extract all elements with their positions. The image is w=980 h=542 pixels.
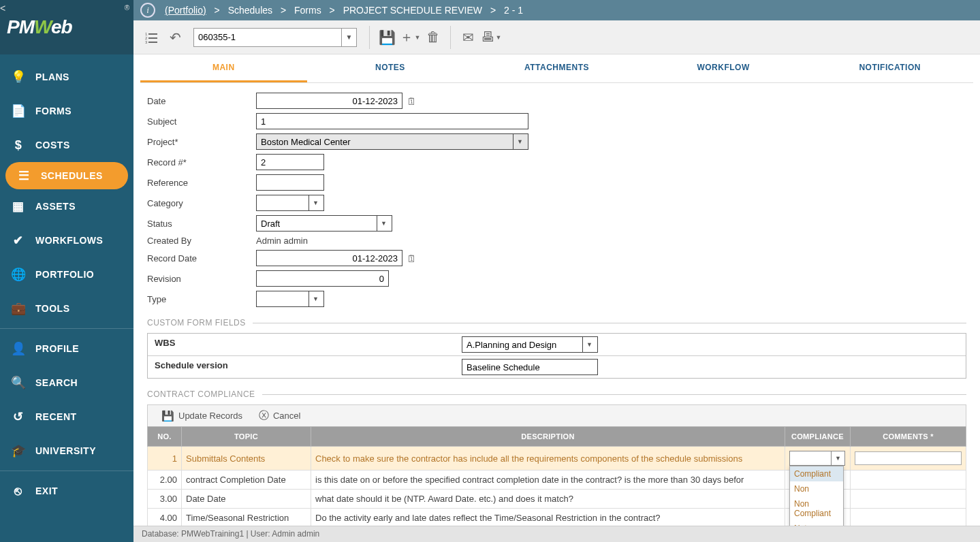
chevron-down-icon[interactable]: ▼ xyxy=(496,34,502,41)
tab-workflow[interactable]: WORKFLOW xyxy=(640,54,807,82)
nav-profile[interactable]: 👤PROFILE xyxy=(0,332,133,366)
nav-plans[interactable]: 💡PLANS xyxy=(0,60,133,94)
project-select[interactable]: ▼ xyxy=(256,133,528,150)
cell-compliance[interactable]: ▼ Compliant Non Non Compliant Not Applic… xyxy=(785,447,851,471)
document-icon: 📄 xyxy=(10,103,27,118)
reference-field[interactable] xyxy=(256,174,324,191)
dropdown-option[interactable]: Non xyxy=(790,481,843,496)
list-icon: ☰ xyxy=(15,168,33,183)
grid-toolbar: 💾Update Records ⓧCancel xyxy=(147,404,966,426)
chevron-down-icon[interactable]: ▼ xyxy=(309,195,322,210)
col-topic[interactable]: TOPIC xyxy=(182,427,311,447)
chevron-down-icon[interactable]: ▼ xyxy=(831,451,844,465)
schedule-version-label: Schedule version xyxy=(148,356,458,378)
nav-search[interactable]: 🔍SEARCH xyxy=(0,366,133,400)
breadcrumb-forms[interactable]: Forms xyxy=(294,5,321,16)
chevron-down-icon[interactable]: ▼ xyxy=(309,291,322,306)
cell-topic: Submittals Contents xyxy=(182,447,311,471)
cell-topic: contract Completion Date xyxy=(182,471,311,490)
type-select[interactable]: ▼ xyxy=(256,291,324,307)
nav-recent[interactable]: ↺RECENT xyxy=(0,400,133,434)
col-no[interactable]: NO. xyxy=(148,427,182,447)
chevron-down-icon[interactable]: ▼ xyxy=(513,134,526,149)
status-select[interactable]: ▼ xyxy=(256,215,392,232)
print-button[interactable]: 🖶▼ xyxy=(479,26,503,49)
recordnum-field[interactable] xyxy=(256,154,324,170)
tab-notes[interactable]: NOTES xyxy=(307,54,474,82)
info-icon[interactable]: i xyxy=(140,3,155,18)
date-field[interactable] xyxy=(256,93,402,109)
numbered-list-icon[interactable]: 123 xyxy=(140,26,163,49)
delete-icon[interactable]: 🗑 xyxy=(422,26,445,49)
tab-notification[interactable]: NOTIFICATION xyxy=(806,54,973,82)
dropdown-option[interactable]: Non Compliant xyxy=(790,496,843,521)
col-description[interactable]: DESCRIPTION xyxy=(311,427,785,447)
nav-university[interactable]: 🎓UNIVERSITY xyxy=(0,434,133,468)
category-value[interactable] xyxy=(257,195,309,210)
chevron-down-icon[interactable]: ▼ xyxy=(377,216,390,231)
email-icon[interactable]: ✉ xyxy=(456,26,479,49)
category-label: Category xyxy=(147,198,256,208)
cell-topic: Date Date xyxy=(182,490,311,509)
compliance-value[interactable] xyxy=(790,451,831,465)
subject-label: Subject xyxy=(147,116,256,127)
cell-comments[interactable] xyxy=(851,490,966,509)
cell-no: 2.00 xyxy=(148,471,182,490)
wbs-select[interactable]: ▼ xyxy=(462,336,598,353)
comments-field[interactable] xyxy=(855,451,962,465)
compliance-dropdown: Compliant Non Non Compliant Not Applicab… xyxy=(789,466,844,526)
cancel-button[interactable]: ⓧCancel xyxy=(259,409,300,422)
nav-tools[interactable]: 💼TOOLS xyxy=(0,291,133,325)
calendar-icon[interactable]: 🗓 xyxy=(407,253,417,264)
chevron-down-icon[interactable]: ▼ xyxy=(341,29,356,46)
nav-assets[interactable]: ▦ASSETS xyxy=(0,189,133,223)
project-value[interactable] xyxy=(257,134,513,149)
breadcrumb: (Portfolio) > Schedules > Forms > PROJEC… xyxy=(162,5,526,16)
wbs-value[interactable] xyxy=(462,337,582,352)
nav-portfolio[interactable]: 🌐PORTFOLIO xyxy=(0,257,133,291)
nav-forms[interactable]: 📄FORMS xyxy=(0,94,133,128)
nav-label: PROFILE xyxy=(35,343,79,354)
chevron-down-icon[interactable]: ▼ xyxy=(415,34,421,41)
dropdown-option[interactable]: Not Applicable xyxy=(790,521,843,526)
table-row[interactable]: 1 Submittals Contents Check to make sure… xyxy=(148,447,966,471)
nav-schedules[interactable]: ☰SCHEDULES xyxy=(5,162,128,189)
col-compliance[interactable]: COMPLIANCE xyxy=(785,427,851,447)
add-button[interactable]: ＋▼ xyxy=(398,26,422,49)
date-label: Date xyxy=(147,96,256,106)
record-selector-input[interactable] xyxy=(193,28,357,47)
cell-desc: Do the activity early and late dates ref… xyxy=(311,509,785,526)
type-label: Type xyxy=(147,294,256,304)
update-records-button[interactable]: 💾Update Records xyxy=(161,410,242,422)
col-comments[interactable]: COMMENTS * xyxy=(851,427,966,447)
cell-comments[interactable] xyxy=(851,447,966,471)
undo-icon[interactable]: ↶ xyxy=(163,26,187,49)
category-select[interactable]: ▼ xyxy=(256,195,324,211)
breadcrumb-psr[interactable]: PROJECT SCHEDULE REVIEW xyxy=(343,5,482,16)
breadcrumb-schedules[interactable]: Schedules xyxy=(228,5,272,16)
recorddate-field[interactable] xyxy=(256,250,402,266)
nav-workflows[interactable]: ✔WORKFLOWS xyxy=(0,223,133,257)
exit-icon: ⎋ xyxy=(10,484,27,498)
tab-main[interactable]: MAIN xyxy=(140,54,307,82)
cell-comments[interactable] xyxy=(851,471,966,490)
sidebar-collapse-icon[interactable]: < xyxy=(0,3,5,14)
nav-costs[interactable]: $COSTS xyxy=(0,128,133,162)
nav-label: WORKFLOWS xyxy=(35,235,103,246)
schedule-version-field[interactable] xyxy=(462,359,598,375)
tab-attachments[interactable]: ATTACHMENTS xyxy=(473,54,640,82)
person-icon: 👤 xyxy=(10,341,27,356)
status-value[interactable] xyxy=(257,216,377,231)
chevron-down-icon[interactable]: ▼ xyxy=(582,337,596,352)
nav-exit[interactable]: ⎋EXIT xyxy=(0,474,133,508)
compliance-select[interactable]: ▼ xyxy=(789,451,845,466)
record-selector[interactable]: ▼ xyxy=(193,28,357,47)
subject-field[interactable] xyxy=(256,113,528,129)
breadcrumb-portfolio[interactable]: (Portfolio) xyxy=(165,5,206,16)
revision-field[interactable] xyxy=(256,270,389,287)
type-value[interactable] xyxy=(257,291,309,306)
dropdown-option[interactable]: Compliant xyxy=(790,466,843,481)
save-icon[interactable]: 💾 xyxy=(375,26,398,49)
calendar-icon[interactable]: 🗓 xyxy=(407,95,417,107)
cell-comments[interactable] xyxy=(851,509,966,526)
